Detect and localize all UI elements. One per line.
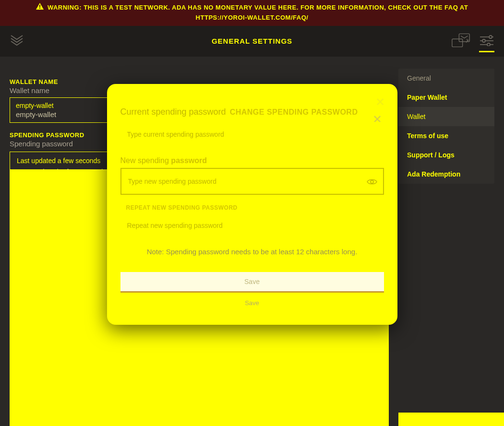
- modal-title: CHANGE SPENDING PASSWORD: [230, 108, 358, 117]
- current-password-input[interactable]: [120, 122, 384, 147]
- svg-rect-1: [39, 8, 40, 9]
- testnet-warning-banner: WARNING: THIS IS A TEST NETWORK. ADA HAS…: [0, 0, 504, 26]
- app-header: GENERAL SETTINGS: [0, 26, 504, 57]
- sidebar-item-general[interactable]: General: [398, 69, 494, 88]
- new-password-input[interactable]: [120, 168, 384, 195]
- save-button[interactable]: Save: [120, 272, 384, 293]
- new-password-label: New spending password: [120, 156, 384, 165]
- logo-icon[interactable]: [10, 33, 24, 49]
- change-password-modal: ✕ ✕ Current spending password CHANGE SPE…: [107, 84, 397, 325]
- svg-point-7: [482, 39, 485, 42]
- sidebar-item-support[interactable]: Support / Logs: [398, 145, 494, 165]
- save-button-dup[interactable]: Save: [120, 295, 384, 311]
- eye-icon[interactable]: [367, 178, 377, 188]
- sidebar-item-wallet[interactable]: Wallet: [398, 107, 494, 126]
- svg-point-10: [371, 180, 373, 183]
- settings-sidebar: General Paper Wallet Wallet Terms of use…: [398, 69, 494, 184]
- wallet-stack-icon[interactable]: [451, 33, 470, 50]
- settings-sliders-icon[interactable]: [479, 35, 494, 52]
- page-title: GENERAL SETTINGS: [212, 37, 292, 45]
- sidebar-item-terms[interactable]: Terms of use: [398, 126, 494, 145]
- warning-icon: [36, 3, 44, 13]
- warning-text: WARNING: THIS IS A TEST NETWORK. ADA HAS…: [48, 4, 468, 21]
- repeat-password-input[interactable]: [120, 213, 384, 238]
- bottom-yellow-strip: [398, 413, 504, 426]
- sidebar-item-ada-redemption[interactable]: Ada Redemption: [398, 165, 494, 184]
- svg-rect-2: [452, 39, 463, 47]
- svg-rect-0: [39, 5, 40, 7]
- svg-point-9: [487, 43, 490, 46]
- repeat-password-label: REPEAT NEW SPENDING PASSWORD: [126, 204, 384, 211]
- current-password-label: Current spending password: [120, 107, 226, 117]
- password-note: Note: Spending password needs to be at l…: [120, 248, 384, 256]
- sidebar-item-paper-wallet[interactable]: Paper Wallet: [398, 88, 494, 107]
- svg-point-5: [489, 36, 492, 38]
- close-icon[interactable]: ✕: [375, 96, 385, 108]
